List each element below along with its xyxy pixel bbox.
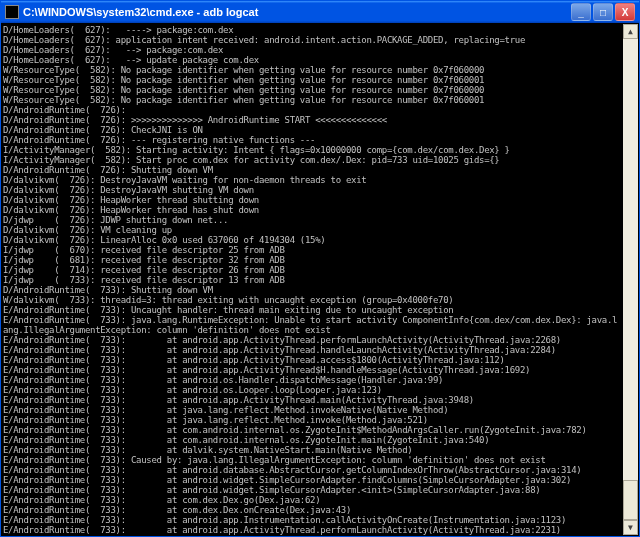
terminal-window: C:\WINDOWS\system32\cmd.exe - adb logcat… <box>0 0 640 537</box>
minimize-button[interactable]: _ <box>571 3 591 21</box>
cmd-icon <box>5 5 19 19</box>
titlebar[interactable]: C:\WINDOWS\system32\cmd.exe - adb logcat… <box>1 1 639 23</box>
scroll-track[interactable] <box>623 39 638 520</box>
scroll-up-button[interactable]: ▲ <box>623 24 638 39</box>
vertical-scrollbar[interactable]: ▲ ▼ <box>623 24 638 535</box>
scroll-down-button[interactable]: ▼ <box>623 520 638 535</box>
close-button[interactable]: X <box>615 3 635 21</box>
window-controls: _ □ X <box>571 3 635 21</box>
maximize-button[interactable]: □ <box>593 3 613 21</box>
scroll-thumb[interactable] <box>623 480 638 520</box>
console-output[interactable]: D/HomeLoaders( 627): ----> package:com.d… <box>1 23 639 536</box>
window-title: C:\WINDOWS\system32\cmd.exe - adb logcat <box>23 6 567 18</box>
